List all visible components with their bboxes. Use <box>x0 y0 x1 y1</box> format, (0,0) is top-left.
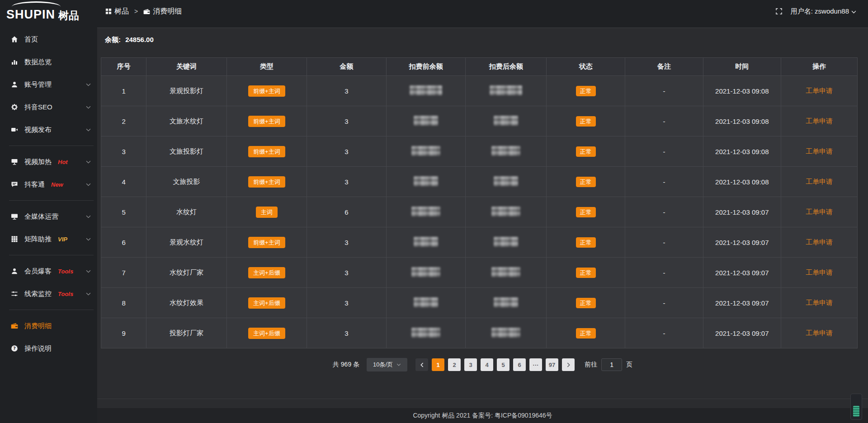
cell-note: - <box>625 197 703 227</box>
status-badge: 正常 <box>576 116 596 127</box>
breadcrumb: 树品 > 消费明细 <box>105 7 182 16</box>
page-button-4[interactable]: 4 <box>481 358 493 371</box>
censored-balance-block <box>490 85 522 95</box>
cell-note: - <box>625 227 703 258</box>
sidebar-item-member-leads[interactable]: 会员爆客 Tools <box>0 260 97 282</box>
work-order-link[interactable]: 工单申请 <box>806 87 833 94</box>
chat-bubble-icon <box>10 181 19 188</box>
cell-time: 2021-12-03 09:07 <box>703 258 781 288</box>
status-badge: 正常 <box>576 328 596 338</box>
work-order-link[interactable]: 工单申请 <box>806 238 833 246</box>
topbar: SHUPIN 树品 树品 > 消费明细 用户名: zswo <box>0 0 868 23</box>
fullscreen-icon[interactable] <box>775 8 783 15</box>
cell-type: 前缀+主词 <box>226 227 307 258</box>
logo-text-cn: 树品 <box>58 10 79 21</box>
cell-balance-after <box>466 318 547 348</box>
chevron-down-icon <box>86 292 91 296</box>
next-page-button[interactable] <box>562 358 575 371</box>
work-order-link[interactable]: 工单申请 <box>806 329 833 337</box>
cell-balance-before <box>386 136 466 167</box>
col-header-time: 时间 <box>703 58 781 76</box>
cell-action: 工单申请 <box>781 197 857 227</box>
sidebar-item-home[interactable]: 首页 <box>0 28 97 51</box>
censored-balance-block <box>411 207 440 216</box>
floating-widget[interactable] <box>850 394 862 420</box>
prev-page-button[interactable] <box>415 358 428 371</box>
cell-amount: 6 <box>307 197 387 227</box>
goto-page-input[interactable] <box>601 358 622 371</box>
cell-note: - <box>625 258 703 288</box>
dashboard-icon <box>105 8 112 14</box>
user-icon <box>10 268 19 275</box>
cell-balance-after <box>466 227 547 258</box>
work-order-link[interactable]: 工单申请 <box>806 147 833 155</box>
chevron-down-icon <box>86 270 91 273</box>
pagination-total: 共 969 条 <box>333 361 359 369</box>
censored-balance-block <box>494 176 518 186</box>
cell-note: - <box>625 76 703 106</box>
censored-balance-block <box>491 267 520 277</box>
table-row: 1 景观投影灯 前缀+主词 3 正常 - 2021-12-03 09:08 工单… <box>101 76 858 106</box>
cell-status: 正常 <box>547 258 625 288</box>
censored-balance-block <box>414 237 438 247</box>
cell-balance-before <box>386 227 466 258</box>
user-menu[interactable]: 用户名: zswodun88 <box>791 7 856 16</box>
breadcrumb-home[interactable]: 树品 <box>105 7 129 16</box>
vip-badge: VIP <box>58 236 67 243</box>
cell-time: 2021-12-03 09:08 <box>703 106 781 136</box>
header-divider <box>97 23 868 28</box>
balance-label: 余额: <box>105 36 121 43</box>
sidebar-item-clue-monitor[interactable]: 线索监控 Tools <box>0 282 97 305</box>
cell-action: 工单申请 <box>781 106 857 136</box>
more-pages-button[interactable]: ··· <box>529 358 542 371</box>
page-button-6[interactable]: 6 <box>513 358 526 371</box>
sidebar-divider <box>9 200 94 201</box>
table-header-row: 序号 关键词 类型 金额 扣费前余额 扣费后余额 状态 备注 时间 操作 <box>101 58 858 76</box>
svg-text:?: ? <box>13 346 16 351</box>
app-logo: SHUPIN 树品 <box>0 0 97 23</box>
cell-balance-after <box>466 258 547 288</box>
page-button-5[interactable]: 5 <box>497 358 509 371</box>
hot-badge: Hot <box>58 159 68 165</box>
page-button-2[interactable]: 2 <box>448 358 461 371</box>
page-button-3[interactable]: 3 <box>464 358 477 371</box>
sidebar-item-instructions[interactable]: ? 操作说明 <box>0 337 97 360</box>
sidebar-item-douyin-seo[interactable]: 抖音SEO <box>0 96 97 118</box>
sidebar-item-consumption-detail[interactable]: 消费明细 <box>0 315 97 337</box>
work-order-link[interactable]: 工单申请 <box>806 178 833 185</box>
page-size-select[interactable]: 10条/页 <box>367 358 407 371</box>
breadcrumb-current[interactable]: 消费明细 <box>143 7 182 16</box>
cell-balance-before <box>386 106 466 136</box>
sidebar-item-omnimedia[interactable]: 全媒体运营 <box>0 205 97 228</box>
page-button-1[interactable]: 1 <box>432 358 444 371</box>
page-button-97[interactable]: 97 <box>546 358 558 371</box>
chevron-down-icon <box>86 183 91 186</box>
cell-keyword: 景观投影灯 <box>146 76 226 106</box>
table-row: 6 景观水纹灯 前缀+主词 3 正常 - 2021-12-03 09:07 工单… <box>101 227 858 258</box>
cell-status: 正常 <box>547 136 625 167</box>
cell-keyword: 文旅投影 <box>146 167 226 197</box>
censored-balance-block <box>411 328 440 338</box>
cell-index: 8 <box>101 288 146 318</box>
work-order-link[interactable]: 工单申请 <box>806 268 833 276</box>
goto-label: 前往 <box>585 361 597 369</box>
cell-type: 前缀+主词 <box>226 106 307 136</box>
work-order-link[interactable]: 工单申请 <box>806 299 833 306</box>
table-row: 5 水纹灯 主词 6 正常 - 2021-12-03 09:07 工单申请 <box>101 197 858 227</box>
sidebar-item-matrix-boost[interactable]: 矩阵助推 VIP <box>0 228 97 250</box>
balance: 余额: 24856.00 <box>105 36 868 44</box>
sidebar-item-video-publish[interactable]: 视频发布 <box>0 118 97 141</box>
chevron-down-icon <box>396 363 401 366</box>
cell-status: 正常 <box>547 318 625 348</box>
cell-action: 工单申请 <box>781 258 857 288</box>
work-order-link[interactable]: 工单申请 <box>806 117 833 125</box>
sidebar-item-account[interactable]: 账号管理 <box>0 73 97 96</box>
sidebar-item-douketong[interactable]: 抖客通 New <box>0 173 97 196</box>
chevron-right-icon <box>567 362 570 367</box>
cell-keyword: 文旅水纹灯 <box>146 106 226 136</box>
cell-balance-before <box>386 76 466 106</box>
sliders-icon <box>10 290 19 297</box>
sidebar-item-data-overview[interactable]: 数据总览 <box>0 51 97 73</box>
sidebar-item-video-heat[interactable]: 视频加热 Hot <box>0 150 97 173</box>
work-order-link[interactable]: 工单申请 <box>806 208 833 216</box>
